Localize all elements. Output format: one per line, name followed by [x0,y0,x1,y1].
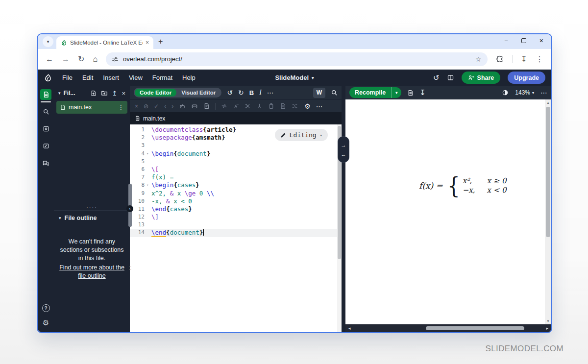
bookmark-star-icon[interactable]: ☆ [475,55,482,63]
next-suggestion-icon[interactable]: › [172,103,173,110]
translate-icon[interactable] [233,103,239,109]
code-line-7[interactable]: 7f(x) = [130,173,342,181]
pdf-vscroll-thumb[interactable] [546,107,550,237]
rail-review-button[interactable] [40,141,51,151]
panel-resize-handle[interactable]: ···· [54,205,130,210]
downloads-icon[interactable]: ↧ [521,54,527,64]
tab-close-icon[interactable]: × [146,39,149,46]
rail-symbol-palette-button[interactable] [40,123,51,134]
writefull-button[interactable]: W [313,88,325,98]
prev-suggestion-icon[interactable]: ‹ [164,103,166,110]
accept-check-icon[interactable]: ✓ [154,103,159,110]
zoom-level-dropdown[interactable]: 143% ▾ [515,89,534,96]
branch-icon[interactable] [256,103,263,109]
file-menu-kebab-icon[interactable]: ⋮ [118,104,124,111]
code-line-10[interactable]: 10-x, & x < 0 [130,197,342,205]
shuffle-icon[interactable] [292,103,298,109]
code-line-4[interactable]: 4▾\begin{document} [130,150,342,158]
compile-logs-icon[interactable] [407,90,414,96]
file-outline-header[interactable]: ▾ File outline [54,211,130,225]
rail-search-button[interactable] [40,106,51,117]
search-icon[interactable] [331,89,338,96]
code-editor-tab[interactable]: Code Editor [135,89,176,97]
scroll-down-icon[interactable]: ▾ [545,319,551,323]
history-icon[interactable]: ↺ [433,73,440,82]
new-file-icon[interactable] [90,90,97,97]
pdf-hscroll-thumb[interactable] [426,326,525,330]
code-line-13[interactable]: 13 [130,221,342,229]
outline-help-link[interactable]: Find out more about the file outline [58,264,126,280]
home-button[interactable]: ⌂ [93,55,98,64]
writefull-more-icon[interactable]: ⋯ [316,102,323,110]
browser-tab[interactable]: SlideModel - Online LaTeX Editor × [56,36,153,49]
suggestions-card-icon[interactable] [191,103,198,110]
chevron-down-icon[interactable]: ▾ [58,91,61,96]
menu-insert[interactable]: Insert [98,74,124,81]
maximize-button[interactable] [521,38,526,43]
upload-icon[interactable]: ↥ [112,90,118,97]
share-button[interactable]: Share [462,72,501,84]
code-line-12[interactable]: 12\] [130,213,342,221]
recompile-options-button[interactable]: ▾ [391,87,401,98]
menu-help[interactable]: Help [177,74,200,81]
overleaf-logo-icon[interactable] [44,73,52,82]
fold-arrow-icon[interactable]: ▾ [145,181,150,189]
new-tab-button[interactable]: + [158,37,163,46]
upgrade-button[interactable]: Upgrade [508,72,545,84]
review-mode-button[interactable]: Editing ▾ [275,129,328,141]
more-tools-icon[interactable]: ⋯ [267,89,274,97]
block-icon[interactable]: ⊘ [144,103,148,110]
undo-icon[interactable]: ↺ [227,89,233,97]
url-text[interactable]: overleaf.com/project/ [123,55,471,63]
dismiss-icon[interactable]: × [135,103,138,110]
panel-drag-dots[interactable]: ⁚⁚ [129,268,131,270]
rail-chat-button[interactable] [40,158,51,169]
menu-edit[interactable]: Edit [77,74,98,81]
layout-icon[interactable] [447,74,454,81]
fold-arrow-icon[interactable]: ▾ [145,150,150,158]
code-line-5[interactable]: 5 [130,158,342,166]
contrast-icon[interactable] [502,89,509,96]
close-window-button[interactable]: × [539,37,543,45]
help-icon[interactable]: ? [42,304,50,312]
code-editor[interactable]: 1\documentclass{article}2\usepackage{ams… [130,124,342,332]
project-name-dropdown[interactable]: SlideModel ▾ [275,74,314,81]
address-bar[interactable]: overleaf.com/project/ ☆ [106,52,488,66]
code-line-9[interactable]: 9x^2, & x \ge 0 \\ [130,190,342,197]
redo-icon[interactable]: ↻ [238,89,244,97]
tab-search-button[interactable]: ▾ [43,36,53,47]
paraphrase-icon[interactable] [221,103,227,109]
recompile-button[interactable]: Recompile [349,89,391,96]
document-check-icon[interactable] [203,103,210,109]
extensions-icon[interactable] [496,55,504,63]
split-sentence-icon[interactable] [245,103,251,109]
menu-file[interactable]: File [57,74,77,81]
menu-view[interactable]: View [124,74,147,81]
writefull-settings-gear-icon[interactable]: ⚙ [304,102,311,110]
ai-robot-icon[interactable] [179,103,186,110]
back-button[interactable]: ← [46,55,53,64]
code-line-3[interactable]: 3 [130,142,342,149]
scroll-right-icon[interactable]: ▸ [546,326,548,331]
pdf-horizontal-scrollbar[interactable]: ◂ ▸ [345,324,551,332]
code-line-14[interactable]: 14\end{document} [130,229,342,237]
close-panel-icon[interactable]: × [122,90,125,97]
minimize-button[interactable]: − [504,37,508,45]
collapse-panel-button[interactable]: ‹ [126,205,133,212]
code-line-6[interactable]: 6\[ [130,166,342,173]
code-line-11[interactable]: 11\end{cases} [130,205,342,213]
bold-icon[interactable]: B [249,89,254,97]
pdf-viewer[interactable]: f(x) = { x²,x ≥ 0−x,x < 0 ▴ ▾ [345,99,551,324]
pane-splitter[interactable]: → ← [342,86,345,332]
clipboard-icon[interactable] [268,103,274,109]
open-file-name[interactable]: main.tex [143,115,165,122]
italic-icon[interactable]: I [259,89,262,97]
splitter-handle[interactable]: → ← [338,137,349,162]
visual-editor-tab[interactable]: Visual Editor [176,89,220,97]
scroll-up-icon[interactable]: ▴ [545,100,551,105]
menu-format[interactable]: Format [147,74,177,81]
rail-file-tree-button[interactable] [40,89,51,100]
settings-gear-icon[interactable]: ⚙ [43,318,49,327]
scroll-left-icon[interactable]: ◂ [348,326,351,331]
browser-menu-icon[interactable]: ⋮ [536,54,543,64]
